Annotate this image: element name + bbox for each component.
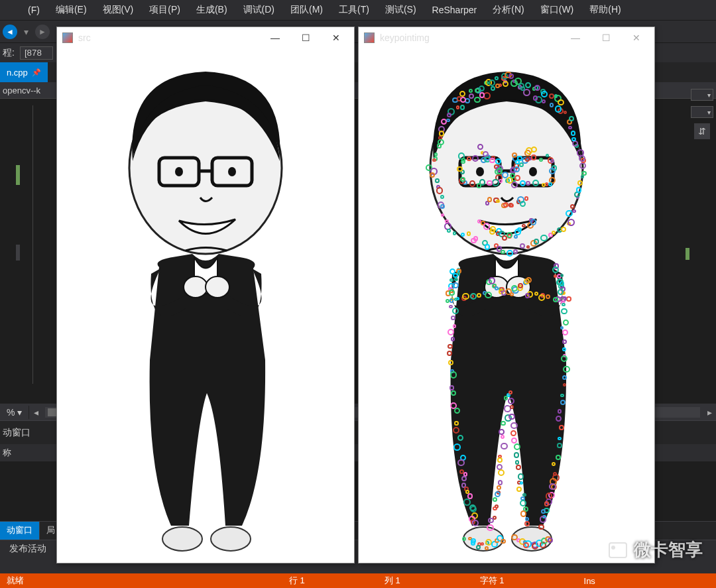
menu-project[interactable]: 项目(P) [141,1,188,19]
nav-forward-button[interactable]: ► [35,25,50,39]
keypoint-marker [557,443,562,447]
menu-help[interactable]: 帮助(H) [581,1,628,19]
svg-point-7 [206,276,229,298]
keypoint-marker [561,227,566,232]
nav-back-button[interactable]: ◄ [3,25,17,39]
keypoint-marker [531,154,537,160]
panel-col-name: 称 [3,447,11,459]
menu-debug[interactable]: 调试(D) [235,1,282,19]
change-marker [16,165,20,185]
titlebar-keypointimg[interactable]: keypointimg — ☐ ✕ [359,27,654,48]
window-keypointimg[interactable]: keypointimg — ☐ ✕ [358,27,655,563]
maximize-button[interactable]: ☐ [593,29,619,47]
menu-view[interactable]: 视图(V) [95,1,142,19]
keypoint-marker [499,429,504,434]
keypoint-marker [449,278,453,282]
menu-edit[interactable]: 编辑(E) [48,1,95,19]
rail-dropdown-2[interactable]: ▾ [691,106,713,118]
keypoint-marker [523,542,529,548]
keypoint-marker [498,480,503,485]
tab-main-cpp[interactable]: n.cpp 📌 [0,62,48,82]
keypoint-marker [525,157,530,162]
titlebar-src[interactable]: src — ☐ ✕ [57,27,354,48]
keypoint-marker [564,111,567,114]
keypoint-marker [485,546,489,550]
keypoint-marker [440,195,444,199]
keypoint-marker [470,293,477,300]
keypoint-marker [462,293,469,300]
keypoint-marker [483,223,490,229]
menu-team[interactable]: 团队(M) [282,1,331,19]
keypoint-marker [436,187,443,194]
keypoint-marker [497,457,503,463]
otab-publish[interactable]: 发布活动 [0,540,56,558]
keypoint-marker [474,97,481,103]
subtab-autos[interactable]: 动窗口 [0,522,40,540]
keypoint-marker [496,200,499,203]
keypoint-marker [451,390,456,396]
menu-analyze[interactable]: 分析(N) [485,1,532,19]
rail-expand-icon[interactable]: ⇵ [694,123,710,139]
keypoint-marker [507,232,512,238]
keypoint-marker [454,421,459,426]
keypoint-marker [526,181,530,186]
keypoint-marker [568,126,571,129]
process-input[interactable] [20,46,53,60]
keypoint-marker [476,545,481,550]
minimize-button[interactable]: — [563,29,588,47]
menu-tools[interactable]: 工具(T) [331,1,377,19]
keypoint-marker [457,166,462,172]
keypoint-marker [569,116,574,121]
keypoint-marker [581,171,586,176]
keypoint-marker [570,204,575,209]
pin-icon[interactable]: 📌 [32,68,41,77]
keypoint-marker [516,465,520,469]
keypoint-marker [437,143,442,148]
rail-dropdown-1[interactable]: ▾ [691,89,713,101]
wechat-icon [609,542,627,558]
keypoint-marker [447,229,450,232]
right-rail: ▾ ▾ ⇵ [688,42,716,414]
keypoint-marker [518,473,524,479]
minimize-button[interactable]: — [263,29,288,47]
keypoint-marker [560,326,564,329]
image-keypointimg [359,48,654,563]
maximize-button[interactable]: ☐ [293,29,318,47]
keypoint-marker [560,274,564,277]
keypoint-marker [457,435,463,441]
keypoint-marker [456,105,460,109]
keypoint-marker [556,455,560,459]
keypoint-marker [560,394,564,397]
keypoint-marker [558,437,561,440]
menu-resharper[interactable]: ReSharper [424,2,485,18]
menu-test[interactable]: 测试(S) [377,1,424,19]
status-bar: 就绪 行 1 列 1 字符 1 Ins [0,573,716,588]
minimap[interactable] [686,168,689,407]
panel-title: 动窗口 [3,427,30,439]
code-gutter [0,105,33,384]
keypoint-marker [522,224,525,227]
menu-file[interactable]: (F) [20,2,48,18]
keypoint-marker [452,282,459,289]
keypoint-marker [472,520,479,526]
keypoint-marker [540,516,547,523]
keypoint-marker [520,500,526,506]
keypoint-marker [507,250,513,257]
keypoint-marker [489,80,495,86]
status-line: 行 1 [289,575,305,587]
keypoint-marker [525,82,531,88]
keypoint-marker [491,86,495,91]
close-button[interactable]: ✕ [624,29,649,47]
keypoint-marker [558,289,564,295]
close-button[interactable]: ✕ [324,29,349,47]
keypoint-marker [508,74,513,78]
menu-window[interactable]: 窗口(W) [532,1,582,19]
keypoint-marker [524,521,530,526]
keypoint-marker [448,360,453,365]
keypoint-marker [514,166,520,172]
scroll-left-icon[interactable]: ◂ [29,407,42,418]
keypoint-marker [552,266,559,273]
menu-build[interactable]: 生成(B) [188,1,235,19]
zoom-dropdown[interactable]: % ▾ [0,406,29,419]
window-src[interactable]: src — ☐ ✕ [56,27,355,563]
